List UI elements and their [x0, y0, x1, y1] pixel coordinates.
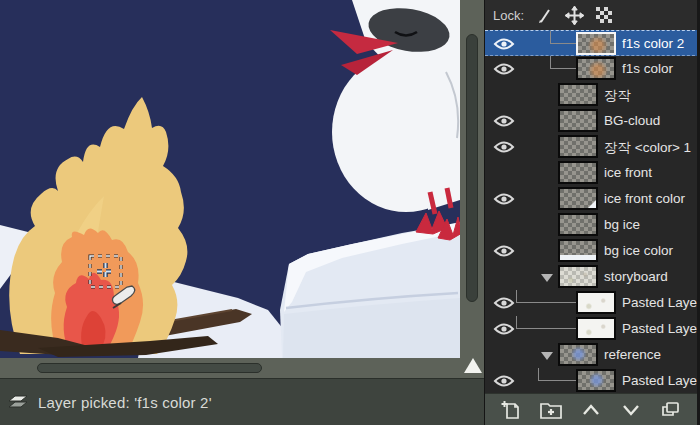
- layer-row[interactable]: f1s color: [485, 56, 700, 82]
- visibility-eye-icon[interactable]: [493, 373, 515, 389]
- layer-row[interactable]: 장작 <color> 1: [485, 134, 700, 160]
- canvas-artwork: [0, 0, 460, 358]
- status-message: Layer picked: 'f1s color 2': [38, 394, 212, 411]
- tree-connector: [550, 31, 576, 44]
- layer-thumbnail[interactable]: [558, 135, 598, 158]
- visibility-eye-icon[interactable]: [493, 61, 515, 77]
- layer-thumbnail[interactable]: [558, 109, 598, 132]
- visibility-eye-icon[interactable]: [493, 321, 515, 337]
- visibility-toggle-empty[interactable]: [493, 269, 515, 285]
- layer-name[interactable]: f1s color: [622, 61, 673, 76]
- layer-name[interactable]: ice front color: [604, 191, 685, 206]
- visibility-toggle-empty[interactable]: [493, 87, 515, 103]
- visibility-eye-icon[interactable]: [493, 191, 515, 207]
- visibility-eye-icon[interactable]: [493, 295, 515, 311]
- layer-name[interactable]: Pasted Layer: [622, 321, 700, 336]
- layer-thumbnail[interactable]: [558, 265, 598, 288]
- layer-row[interactable]: Pasted Layer: [485, 316, 700, 342]
- layer-name[interactable]: 장작: [604, 87, 631, 105]
- layer-thumbnail[interactable]: [558, 239, 598, 262]
- layer-group-row[interactable]: storyboard: [485, 264, 700, 290]
- layer-thumbnail[interactable]: [558, 161, 598, 184]
- visibility-eye-icon[interactable]: [493, 139, 515, 155]
- expander-triangle-icon[interactable]: [541, 352, 553, 360]
- layer-name[interactable]: bg ice color: [604, 243, 673, 258]
- lock-move-icon[interactable]: [564, 5, 584, 25]
- layer-toolbar: [485, 393, 700, 425]
- lock-paint-icon[interactable]: [534, 5, 554, 25]
- layer-thumbnail[interactable]: [558, 343, 598, 366]
- layer-thumbnail[interactable]: [576, 32, 616, 55]
- lock-alpha-icon[interactable]: [594, 5, 614, 25]
- new-layer-button[interactable]: [498, 398, 524, 422]
- vertical-scrollbar-thumb[interactable]: [466, 34, 478, 302]
- layer-name[interactable]: reference: [604, 347, 661, 362]
- layer-row[interactable]: BG-cloud: [485, 108, 700, 134]
- canvas-vertical-scrollbar[interactable]: [460, 0, 484, 378]
- image-canvas[interactable]: [0, 0, 460, 358]
- layer-name[interactable]: bg ice: [604, 217, 640, 232]
- layer-name[interactable]: storyboard: [604, 269, 668, 284]
- layer-name[interactable]: Pasted Layer: [622, 295, 700, 310]
- raise-layer-button[interactable]: [578, 398, 604, 422]
- layers-panel: Lock:: [484, 0, 700, 425]
- layer-name[interactable]: Pasted Layer: [622, 373, 700, 388]
- layer-thumbnail[interactable]: [576, 369, 616, 392]
- layer-row[interactable]: Pasted Layer: [485, 368, 700, 393]
- layer-row[interactable]: ice front color: [485, 186, 700, 212]
- layer-row[interactable]: ice front: [485, 160, 700, 186]
- visibility-toggle-empty[interactable]: [493, 165, 515, 181]
- layer-row[interactable]: 장작: [485, 82, 700, 108]
- layer-thumbnail[interactable]: [558, 187, 598, 210]
- layers-status-icon: [7, 394, 29, 410]
- canvas-horizontal-scrollbar[interactable]: [0, 358, 460, 378]
- tree-connector: [516, 316, 576, 329]
- gimp-window: Layer picked: 'f1s color 2' Lock:: [0, 0, 700, 425]
- tree-connector: [538, 368, 576, 381]
- lock-bar: Lock:: [485, 0, 700, 30]
- visibility-eye-icon[interactable]: [493, 243, 515, 259]
- visibility-toggle-empty[interactable]: [493, 217, 515, 233]
- visibility-eye-icon[interactable]: [493, 113, 515, 129]
- layer-thumbnail[interactable]: [576, 317, 616, 340]
- new-layer-group-button[interactable]: [538, 398, 564, 422]
- layer-name[interactable]: 장작 <color> 1: [604, 139, 691, 157]
- layer-row[interactable]: bg ice: [485, 212, 700, 238]
- layer-name[interactable]: ice front: [604, 165, 652, 180]
- visibility-eye-icon[interactable]: [493, 36, 515, 52]
- tree-connector: [550, 56, 576, 69]
- layer-thumbnail[interactable]: [558, 83, 598, 106]
- horizontal-scrollbar-thumb[interactable]: [37, 363, 262, 373]
- tree-connector: [516, 290, 576, 303]
- scroll-up-arrow-icon[interactable]: [461, 352, 484, 378]
- visibility-toggle-empty[interactable]: [493, 347, 515, 363]
- lock-label: Lock:: [493, 8, 524, 23]
- status-bar: Layer picked: 'f1s color 2': [0, 378, 484, 425]
- expander-triangle-icon[interactable]: [541, 274, 553, 282]
- layer-name[interactable]: f1s color 2: [622, 36, 684, 51]
- layer-list: f1s color 2 f1s color 장작: [485, 30, 700, 393]
- layer-thumbnail[interactable]: [558, 213, 598, 236]
- lower-layer-button[interactable]: [618, 398, 644, 422]
- layer-thumbnail[interactable]: [576, 57, 616, 80]
- layer-row[interactable]: bg ice color: [485, 238, 700, 264]
- layer-row[interactable]: f1s color 2: [485, 30, 700, 56]
- layer-row[interactable]: Pasted Layer: [485, 290, 700, 316]
- layer-name[interactable]: BG-cloud: [604, 113, 660, 128]
- layer-thumbnail[interactable]: [576, 291, 616, 314]
- duplicate-layer-button[interactable]: [658, 398, 684, 422]
- layer-group-row[interactable]: reference: [485, 342, 700, 368]
